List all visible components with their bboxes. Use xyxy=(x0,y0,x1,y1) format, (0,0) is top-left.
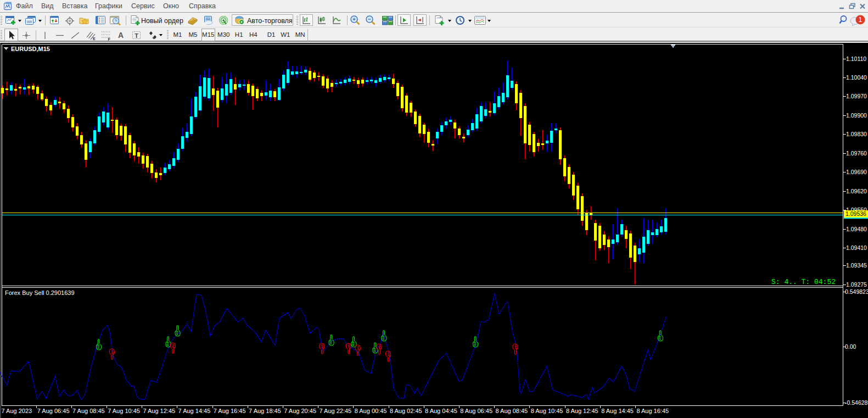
svg-text:8 Aug 14:45: 8 Aug 14:45 xyxy=(601,408,634,414)
svg-text:1.09275: 1.09275 xyxy=(846,281,867,288)
svg-text:8 Aug 12:45: 8 Aug 12:45 xyxy=(566,408,598,414)
svg-text:1.09970: 1.09970 xyxy=(846,93,867,99)
svg-text:8 Aug 00:45: 8 Aug 00:45 xyxy=(355,408,387,414)
svg-text:1.10040: 1.10040 xyxy=(846,74,867,81)
svg-text:7 Aug 10:45: 7 Aug 10:45 xyxy=(108,408,140,414)
svg-text:7 Aug 16:45: 7 Aug 16:45 xyxy=(214,408,246,414)
svg-text:1.09536: 1.09536 xyxy=(845,210,866,217)
svg-text:7 Aug 12:45: 7 Aug 12:45 xyxy=(143,408,175,414)
svg-text:7 Aug 22:45: 7 Aug 22:45 xyxy=(320,408,352,414)
svg-text:8 Aug 08:45: 8 Aug 08:45 xyxy=(496,408,528,414)
svg-text:T: T xyxy=(135,32,138,39)
svg-text:E: E xyxy=(93,37,96,41)
svg-text:8 Aug 16:45: 8 Aug 16:45 xyxy=(636,408,669,414)
svg-text:1: 1 xyxy=(859,16,863,24)
svg-text:8 Aug 02:45: 8 Aug 02:45 xyxy=(390,408,422,414)
svg-text:1.09480: 1.09480 xyxy=(846,226,867,232)
svg-text:1.09830: 1.09830 xyxy=(846,131,867,137)
svg-text:F: F xyxy=(108,37,111,41)
svg-text:-0.5462898: -0.5462898 xyxy=(845,399,868,406)
svg-text:7 Aug 18:45: 7 Aug 18:45 xyxy=(249,408,281,414)
svg-text:7 Aug 2023: 7 Aug 2023 xyxy=(2,408,32,414)
svg-text:7 Aug 20:45: 7 Aug 20:45 xyxy=(284,408,316,414)
svg-text:7 Aug 06:45: 7 Aug 06:45 xyxy=(37,408,70,414)
svg-text:Forex Buy Sell 0.2901639: Forex Buy Sell 0.2901639 xyxy=(5,289,75,296)
svg-text:1.09345: 1.09345 xyxy=(846,262,867,269)
svg-text:8 Aug 10:45: 8 Aug 10:45 xyxy=(531,408,563,414)
svg-text:7 Aug 08:45: 7 Aug 08:45 xyxy=(72,408,105,414)
svg-text:0.5498233: 0.5498233 xyxy=(845,288,868,295)
svg-text:1.09760: 1.09760 xyxy=(846,150,867,157)
svg-text:1.09410: 1.09410 xyxy=(846,244,867,251)
svg-text:1.10110: 1.10110 xyxy=(846,55,866,62)
svg-text:0.00: 0.00 xyxy=(845,343,856,350)
svg-text:EURUSD,M15: EURUSD,M15 xyxy=(11,46,50,52)
svg-text:1.09900: 1.09900 xyxy=(846,112,867,119)
svg-text:7 Aug 14:45: 7 Aug 14:45 xyxy=(178,408,211,414)
svg-text:S: 4.. T: 04:52: S: 4.. T: 04:52 xyxy=(771,278,836,286)
svg-text:8 Aug 06:45: 8 Aug 06:45 xyxy=(460,408,492,414)
svg-text:1.09620: 1.09620 xyxy=(846,188,867,194)
svg-text:1.09690: 1.09690 xyxy=(846,169,867,175)
svg-text:8 Aug 04:45: 8 Aug 04:45 xyxy=(425,408,457,414)
